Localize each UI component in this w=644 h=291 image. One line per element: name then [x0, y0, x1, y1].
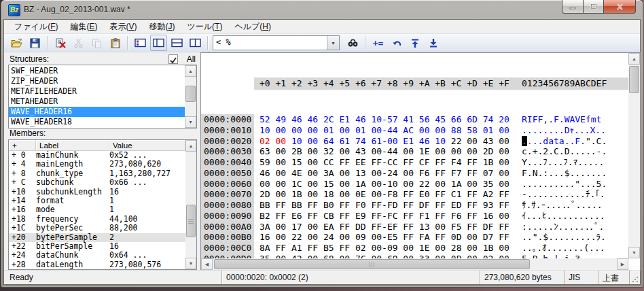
maximize-button[interactable] — [583, 0, 604, 14]
member-label: chunk_type — [36, 169, 109, 178]
member-row-chunk_type[interactable]: + 8chunk_type1,163,280,727 — [9, 169, 185, 178]
edit-mode-button[interactable] — [52, 35, 69, 51]
hex-horizontal-scrollbar[interactable]: ◀ ▶ — [201, 258, 628, 270]
paste-button[interactable] — [107, 35, 124, 51]
scroll-up-icon[interactable]: ▲ — [185, 65, 196, 77]
all-checkbox[interactable] — [168, 54, 178, 64]
save-file-button[interactable] — [26, 35, 43, 51]
members-column-header[interactable]: + — [9, 140, 36, 151]
hex-address: 0000:0030 — [201, 146, 254, 157]
member-row-mainChunk[interactable]: + 0mainChunk0x52 ... — [9, 151, 185, 160]
maximize-icon — [590, 3, 597, 10]
minimize-button[interactable] — [562, 0, 584, 14]
hex-row[interactable]: 0000:003063 00 2B 00 32 00 43 00-44 00 1… — [201, 146, 628, 157]
member-row-bitPerSample[interactable]: +22bitPerSample16 — [9, 242, 185, 251]
member-row-dataChunk[interactable]: +24dataChunk0x64 ... — [9, 251, 185, 260]
close-icon — [616, 3, 624, 10]
structures-scrollbar[interactable]: ▲ ▼ — [185, 65, 196, 128]
hex-ascii: ｲ...ﾋ........... — [522, 211, 610, 222]
member-row-frequency[interactable]: +18frequency44,100 — [9, 215, 185, 224]
hex-address: 0000:0080 — [201, 200, 254, 211]
structure-item-metaheader[interactable]: METAHEADER — [9, 97, 185, 107]
scrollbar-thumb[interactable] — [185, 86, 196, 102]
view-vertical-button[interactable] — [187, 35, 204, 51]
members-column-header[interactable]: Label — [36, 140, 109, 151]
member-row-subchunkLength[interactable]: +10subchunkLength16 — [9, 188, 185, 196]
scroll-down-icon[interactable]: ▼ — [185, 116, 196, 128]
view-horizontal-button[interactable] — [168, 35, 185, 51]
member-row-bytePerSec[interactable]: +1CbytePerSec88,200 — [9, 224, 185, 233]
menu-item-f[interactable]: ファイル(F) — [8, 20, 64, 34]
member-row-bytePerSample[interactable]: +20bytePerSample2 — [9, 233, 185, 242]
toolbar-separator — [47, 36, 48, 50]
combo-dropdown-button[interactable]: ▼ — [327, 36, 339, 50]
hex-row[interactable]: 0000:005046 00 4E 00 3A 00 13 00-24 00 F… — [201, 168, 628, 179]
view-structure-button[interactable] — [132, 35, 149, 51]
hex-row[interactable]: 0000:0090B2 FF E6 FF CB FF E9 FF-FC FF F… — [201, 211, 628, 222]
members-scrollbar[interactable]: ▲ ▼ — [185, 140, 196, 269]
scroll-up-icon[interactable]: ▲ — [185, 140, 196, 152]
hex-row[interactable]: 0000:000052 49 46 46 2C E1 46 10-57 41 5… — [201, 114, 628, 125]
jump-bottom-button[interactable] — [425, 35, 442, 51]
title-bar[interactable]: Bz BZ - Aug_02_2013-001.wav * — [1, 0, 643, 19]
scrollbar-thumb[interactable] — [186, 205, 196, 237]
scrollbar-thumb[interactable] — [214, 259, 530, 269]
open-file-button[interactable] — [8, 35, 25, 51]
search-pattern-input[interactable]: < % — [213, 36, 327, 50]
menu-item-j[interactable]: 移動(J) — [143, 20, 181, 34]
structure-item-wave_header18[interactable]: WAVE_HEADER18 — [9, 117, 185, 127]
structure-item-swf_header[interactable]: SWF_HEADER — [9, 66, 185, 76]
member-row-subchunk[interactable]: + Csubchunk0x66 ... — [9, 178, 185, 187]
member-row-mainLength[interactable]: + 4mainLength273,080,620 — [9, 160, 185, 169]
member-value: 0x64 ... — [109, 251, 185, 260]
menu-item-v[interactable]: 表示(V) — [103, 20, 143, 34]
toolbar: < %▼+= — [4, 34, 640, 52]
hex-bytes: 10 00 00 00 01 00 01 00-44 AC 00 00 88 5… — [260, 125, 512, 136]
hex-row[interactable]: 0000:00702D 00 1B 00 18 00 0E 00-F8 FF E… — [201, 189, 628, 200]
member-row-mode[interactable]: +16mode1 — [9, 205, 185, 214]
scroll-down-icon[interactable]: ▼ — [628, 247, 640, 258]
menu-item-e[interactable]: 編集(E) — [64, 20, 103, 34]
find-button[interactable] — [344, 35, 361, 51]
search-pattern-combo[interactable]: < %▼ — [213, 35, 340, 50]
scroll-up-icon[interactable]: ▲ — [628, 53, 640, 65]
menu-item-t[interactable]: ツール(T) — [181, 20, 229, 34]
member-row-dataLength[interactable]: +28dataLength273,080,576 — [9, 260, 185, 269]
hex-bytes: 52 49 46 46 2C E1 46 10-57 41 56 45 66 6… — [260, 114, 512, 125]
structure-item-zip_header[interactable]: ZIP_HEADER — [9, 76, 185, 86]
hex-row[interactable]: 0000:0080BB FF BB FF B0 FF F0 FF-FD FF D… — [201, 200, 628, 211]
hex-row[interactable]: 0000:001010 00 00 00 01 00 01 00-44 AC 0… — [201, 125, 628, 136]
insert-mode-button[interactable]: += — [370, 35, 387, 51]
hex-row[interactable]: 0000:00A03A 00 17 00 EA FF DD FF-EF FF 1… — [201, 222, 628, 233]
hex-row[interactable]: 0000:004059 00 15 00 CC FF EE FF-CC FF C… — [201, 157, 628, 168]
hex-grid[interactable]: +0 +1 +2 +3 +4 +5 +6 +7 +8 +9 +A +B +C +… — [201, 53, 628, 258]
member-label: subchunkLength — [36, 188, 109, 196]
scrollbar-thumb[interactable] — [629, 66, 639, 93]
scroll-left-icon[interactable]: ◀ — [201, 258, 213, 270]
structure-item-metafileheader[interactable]: METAFILEHEADER — [9, 86, 185, 97]
menu-item-h[interactable]: ヘルプ(H) — [228, 20, 277, 34]
view-split-button[interactable] — [150, 35, 167, 51]
resize-grip[interactable] — [629, 271, 640, 284]
close-button[interactable] — [603, 0, 636, 14]
hex-row[interactable]: 0000:00B016 00 22 00 24 00 09 00-E5 FF F… — [201, 232, 628, 243]
hex-row[interactable]: 0000:006000 00 1C 00 15 00 1A 00-10 00 2… — [201, 179, 628, 190]
hex-row[interactable]: 0000:00D035 00 42 00 68 00 7C 00-69 00 3… — [201, 254, 628, 258]
hex-row[interactable]: 0000:002002 00 10 00 64 61 74 61-00 E1 4… — [201, 136, 628, 147]
scroll-down-icon[interactable]: ▼ — [185, 258, 196, 269]
member-row-format[interactable]: +14format1 — [9, 196, 185, 205]
structure-item-wave_header16[interactable]: WAVE_HEADER16 — [9, 107, 185, 117]
hex-editor-pane[interactable]: +0 +1 +2 +3 +4 +5 +6 +7 +8 +9 +A +B +C +… — [200, 52, 641, 271]
member-offset: +16 — [9, 205, 36, 214]
hex-address: 0000:0070 — [201, 189, 254, 200]
hex-row[interactable]: 0000:00C08A FF A1 FF B5 FF 02 00-09 00 1… — [201, 243, 628, 254]
jump-bottom-icon — [429, 38, 438, 48]
hex-vertical-scrollbar[interactable]: ▲ ▼ — [628, 53, 640, 258]
jump-top-button[interactable] — [406, 35, 423, 51]
client-area: ファイル(F)編集(E)表示(V)移動(J)ツール(T)ヘルプ(H) < %▼+… — [3, 19, 641, 285]
members-column-header[interactable]: Value — [109, 140, 185, 151]
member-label: format — [36, 196, 109, 205]
scroll-right-icon[interactable]: ▶ — [617, 258, 628, 270]
undo-button[interactable] — [388, 35, 405, 51]
window-title: BZ - Aug_02_2013-001.wav * — [24, 5, 130, 14]
